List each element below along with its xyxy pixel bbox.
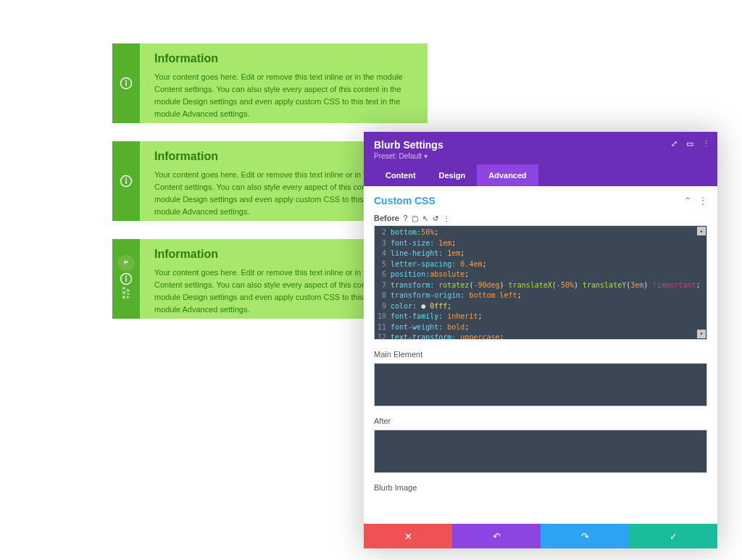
field-menu-icon[interactable]: ⋮ — [443, 214, 450, 222]
grid-icon[interactable]: ▭ — [686, 139, 693, 149]
tab-design[interactable]: Design — [428, 164, 478, 186]
code-line[interactable]: 4line-height: 1em; — [375, 248, 706, 259]
main-element-label: Main Element — [374, 350, 707, 359]
code-line[interactable]: 3font-size: 1em; — [375, 238, 706, 249]
after-label: After — [374, 417, 707, 425]
redo-button[interactable]: ↷ — [541, 524, 629, 548]
key-tip-badge: P KEY TIP — [116, 255, 136, 298]
hover-icon[interactable]: ↖ — [422, 214, 428, 222]
info-icon — [120, 175, 133, 188]
css-before-editor[interactable]: ▴ ▾ 2bottom:50%;3font-size: 1em;4line-he… — [374, 225, 707, 340]
blurb-settings-panel: Blurb Settings Preset: Default ▾ ⤢ ▭ ⋮ C… — [364, 132, 717, 548]
code-line[interactable]: 12text-transform: uppercase; — [375, 333, 706, 340]
css-main-editor[interactable] — [374, 363, 707, 406]
undo-button[interactable]: ↶ — [452, 524, 541, 548]
panel-title: Blurb Settings — [374, 139, 707, 151]
reset-icon[interactable]: ↺ — [433, 214, 438, 222]
info-card: Information Your content goes here. Edit… — [112, 43, 428, 123]
card-title: Information — [154, 52, 413, 65]
badge-text: KEY TIP — [122, 274, 130, 298]
svg-rect-5 — [125, 180, 127, 184]
expand-icon[interactable]: ⤢ — [671, 139, 678, 149]
scroll-down-icon[interactable]: ▾ — [697, 330, 706, 338]
card-stripe — [112, 141, 140, 221]
help-icon[interactable]: ? — [404, 214, 408, 222]
code-line[interactable]: 7transform: rotatez(-90deg) translateX(-… — [375, 280, 706, 291]
panel-body[interactable]: Custom CSS ⌃ ⋮ Before ? ▢ ↖ ↺ ⋮ ▴ ▾ 2bot… — [364, 186, 717, 524]
code-line[interactable]: 11font-weight: bold; — [375, 322, 706, 333]
info-icon — [120, 77, 133, 90]
blurb-image-label: Blurb Image — [374, 483, 707, 492]
tab-content[interactable]: Content — [374, 164, 428, 186]
before-label: Before — [374, 214, 399, 222]
preset-dropdown[interactable]: Preset: Default ▾ — [374, 152, 707, 160]
collapse-icon[interactable]: ⌃ — [684, 196, 691, 206]
svg-point-4 — [125, 178, 127, 180]
card-stripe — [112, 43, 140, 123]
css-after-editor[interactable] — [374, 430, 707, 473]
svg-point-1 — [125, 80, 127, 82]
code-line[interactable]: 8transform-origin: bottom left; — [375, 291, 706, 301]
section-title: Custom CSS — [374, 195, 435, 206]
panel-tabs: Content Design Advanced — [374, 164, 707, 186]
code-line[interactable]: 5letter-spacing: 0.4em; — [375, 259, 706, 270]
panel-footer: ✕ ↶ ↷ ✓ — [364, 524, 717, 548]
responsive-icon[interactable]: ▢ — [412, 214, 418, 222]
section-menu-icon[interactable]: ⋮ — [699, 196, 707, 206]
close-button[interactable]: ✕ — [364, 524, 452, 548]
svg-rect-2 — [125, 83, 127, 86]
panel-header: Blurb Settings Preset: Default ▾ ⤢ ▭ ⋮ C… — [364, 132, 717, 186]
tab-advanced[interactable]: Advanced — [477, 164, 538, 186]
save-button[interactable]: ✓ — [629, 524, 717, 548]
menu-icon[interactable]: ⋮ — [702, 139, 710, 149]
badge-circle: P — [117, 255, 135, 271]
code-line[interactable]: 6position:absolute; — [375, 269, 706, 280]
code-line[interactable]: 2bottom:50%; — [375, 227, 706, 238]
card-body: Your content goes here. Edit or remove t… — [154, 71, 413, 120]
scroll-up-icon[interactable]: ▴ — [697, 227, 706, 235]
code-line[interactable]: 9color: ● 0fff; — [375, 301, 706, 312]
code-line[interactable]: 10font-family: inherit; — [375, 312, 706, 322]
